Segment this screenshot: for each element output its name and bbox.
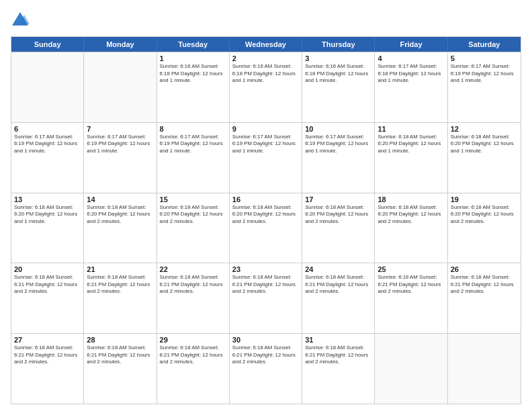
day-number: 30 [232,336,299,344]
cal-cell: 17Sunrise: 6:18 AM Sunset: 6:20 PM Dayli… [302,193,375,263]
day-info: Sunrise: 6:18 AM Sunset: 6:20 PM Dayligh… [305,204,371,226]
cal-cell: 16Sunrise: 6:18 AM Sunset: 6:20 PM Dayli… [230,193,302,263]
cal-cell [448,334,521,404]
cal-cell: 19Sunrise: 6:18 AM Sunset: 6:20 PM Dayli… [448,193,521,263]
day-number: 2 [232,54,299,62]
day-number: 5 [451,54,518,62]
cal-header-day-saturday: Saturday [448,37,521,52]
cal-cell: 22Sunrise: 6:18 AM Sunset: 6:21 PM Dayli… [157,263,230,333]
day-number: 25 [378,265,444,273]
day-info: Sunrise: 6:17 AM Sunset: 6:19 PM Dayligh… [87,134,153,155]
day-number: 3 [305,54,371,62]
cal-cell: 2Sunrise: 6:16 AM Sunset: 6:18 PM Daylig… [230,52,302,122]
day-info: Sunrise: 6:16 AM Sunset: 6:18 PM Dayligh… [305,63,371,85]
day-number: 7 [87,125,153,133]
day-info: Sunrise: 6:18 AM Sunset: 6:20 PM Dayligh… [451,134,518,155]
header [11,11,521,30]
cal-week-5: 27Sunrise: 6:18 AM Sunset: 6:21 PM Dayli… [11,333,521,404]
cal-cell: 29Sunrise: 6:18 AM Sunset: 6:21 PM Dayli… [157,334,230,404]
calendar-header-row: SundayMondayTuesdayWednesdayThursdayFrid… [11,37,521,52]
cal-cell: 8Sunrise: 6:17 AM Sunset: 6:19 PM Daylig… [157,123,230,193]
cal-cell: 13Sunrise: 6:18 AM Sunset: 6:20 PM Dayli… [11,193,84,263]
logo-icon [11,11,30,30]
day-number: 26 [451,265,518,273]
cal-cell: 12Sunrise: 6:18 AM Sunset: 6:20 PM Dayli… [448,123,521,193]
logo [11,11,32,30]
day-info: Sunrise: 6:17 AM Sunset: 6:18 PM Dayligh… [378,63,444,85]
cal-header-day-wednesday: Wednesday [230,37,302,52]
day-info: Sunrise: 6:18 AM Sunset: 6:21 PM Dayligh… [451,274,518,295]
cal-header-day-friday: Friday [375,37,447,52]
cal-cell: 24Sunrise: 6:18 AM Sunset: 6:21 PM Dayli… [302,263,375,333]
day-info: Sunrise: 6:17 AM Sunset: 6:19 PM Dayligh… [14,134,81,155]
cal-cell [375,334,447,404]
day-info: Sunrise: 6:18 AM Sunset: 6:20 PM Dayligh… [87,204,153,226]
day-info: Sunrise: 6:16 AM Sunset: 6:18 PM Dayligh… [232,63,299,85]
cal-cell: 9Sunrise: 6:17 AM Sunset: 6:19 PM Daylig… [230,123,302,193]
day-info: Sunrise: 6:17 AM Sunset: 6:19 PM Dayligh… [451,63,518,85]
day-info: Sunrise: 6:18 AM Sunset: 6:20 PM Dayligh… [232,204,299,226]
day-info: Sunrise: 6:17 AM Sunset: 6:19 PM Dayligh… [305,134,371,155]
cal-header-day-thursday: Thursday [302,37,375,52]
cal-cell [11,52,84,122]
day-number: 15 [160,195,226,203]
calendar: SundayMondayTuesdayWednesdayThursdayFrid… [11,36,521,404]
cal-cell: 10Sunrise: 6:17 AM Sunset: 6:19 PM Dayli… [302,123,375,193]
cal-cell: 20Sunrise: 6:18 AM Sunset: 6:21 PM Dayli… [11,263,84,333]
day-number: 8 [160,125,226,133]
cal-cell: 21Sunrise: 6:18 AM Sunset: 6:21 PM Dayli… [84,263,157,333]
day-number: 13 [14,195,81,203]
cal-header-day-monday: Monday [84,37,157,52]
day-number: 1 [160,54,226,62]
day-number: 12 [451,125,518,133]
day-number: 29 [160,336,226,344]
day-number: 21 [87,265,153,273]
day-info: Sunrise: 6:18 AM Sunset: 6:20 PM Dayligh… [451,204,518,226]
day-info: Sunrise: 6:17 AM Sunset: 6:19 PM Dayligh… [160,134,226,155]
day-info: Sunrise: 6:18 AM Sunset: 6:21 PM Dayligh… [305,345,371,366]
day-number: 31 [305,336,371,344]
day-number: 4 [378,54,444,62]
day-number: 9 [232,125,299,133]
cal-cell: 11Sunrise: 6:18 AM Sunset: 6:20 PM Dayli… [375,123,447,193]
day-number: 20 [14,265,81,273]
cal-cell: 5Sunrise: 6:17 AM Sunset: 6:19 PM Daylig… [448,52,521,122]
day-info: Sunrise: 6:18 AM Sunset: 6:21 PM Dayligh… [378,274,444,295]
day-number: 17 [305,195,371,203]
page: SundayMondayTuesdayWednesdayThursdayFrid… [0,0,532,411]
cal-cell: 7Sunrise: 6:17 AM Sunset: 6:19 PM Daylig… [84,123,157,193]
cal-cell: 4Sunrise: 6:17 AM Sunset: 6:18 PM Daylig… [375,52,447,122]
cal-cell: 14Sunrise: 6:18 AM Sunset: 6:20 PM Dayli… [84,193,157,263]
day-number: 27 [14,336,81,344]
day-info: Sunrise: 6:18 AM Sunset: 6:21 PM Dayligh… [305,274,371,295]
cal-cell: 28Sunrise: 6:18 AM Sunset: 6:21 PM Dayli… [84,334,157,404]
day-number: 23 [232,265,299,273]
cal-cell: 31Sunrise: 6:18 AM Sunset: 6:21 PM Dayli… [302,334,375,404]
cal-week-2: 6Sunrise: 6:17 AM Sunset: 6:19 PM Daylig… [11,122,521,193]
day-number: 14 [87,195,153,203]
cal-cell: 1Sunrise: 6:16 AM Sunset: 6:18 PM Daylig… [157,52,230,122]
cal-header-day-sunday: Sunday [11,37,84,52]
day-info: Sunrise: 6:18 AM Sunset: 6:20 PM Dayligh… [160,204,226,226]
day-info: Sunrise: 6:18 AM Sunset: 6:21 PM Dayligh… [160,274,226,295]
cal-cell [84,52,157,122]
cal-cell: 27Sunrise: 6:18 AM Sunset: 6:21 PM Dayli… [11,334,84,404]
day-number: 10 [305,125,371,133]
day-info: Sunrise: 6:18 AM Sunset: 6:20 PM Dayligh… [14,204,81,226]
day-number: 28 [87,336,153,344]
day-number: 22 [160,265,226,273]
day-number: 18 [378,195,444,203]
cal-cell: 23Sunrise: 6:18 AM Sunset: 6:21 PM Dayli… [230,263,302,333]
cal-header-day-tuesday: Tuesday [157,37,230,52]
cal-cell: 25Sunrise: 6:18 AM Sunset: 6:21 PM Dayli… [375,263,447,333]
day-number: 6 [14,125,81,133]
day-number: 19 [451,195,518,203]
day-info: Sunrise: 6:18 AM Sunset: 6:21 PM Dayligh… [232,345,299,366]
day-info: Sunrise: 6:18 AM Sunset: 6:21 PM Dayligh… [87,345,153,366]
cal-week-3: 13Sunrise: 6:18 AM Sunset: 6:20 PM Dayli… [11,193,521,263]
cal-cell: 30Sunrise: 6:18 AM Sunset: 6:21 PM Dayli… [230,334,302,404]
cal-cell: 6Sunrise: 6:17 AM Sunset: 6:19 PM Daylig… [11,123,84,193]
day-number: 16 [232,195,299,203]
day-number: 24 [305,265,371,273]
day-info: Sunrise: 6:18 AM Sunset: 6:21 PM Dayligh… [87,274,153,295]
